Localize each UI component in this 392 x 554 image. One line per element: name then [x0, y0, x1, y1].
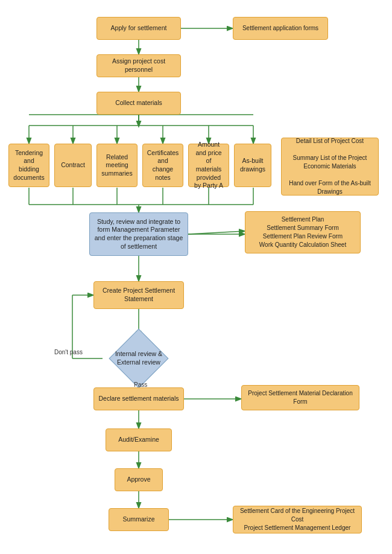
amount-box: Amount and price of materials provided b… [188, 144, 229, 187]
arrows-svg [0, 0, 392, 554]
declaration-form-box: Project Settlement Material Declaration … [241, 385, 359, 410]
create-box: Create Project Settlement Statement [93, 281, 184, 309]
assign-box: Assign project cost personnel [96, 54, 181, 77]
settlement-card-box: Settlement Card of the Engineering Proje… [233, 506, 362, 533]
audit-box: Audit/Examine [106, 428, 172, 451]
detail-list-box: Detail List of Project Cost Summary List… [281, 138, 379, 196]
flowchart: Apply for settlement Assign project cost… [0, 0, 392, 554]
asbuilt-box: As-built drawings [234, 144, 271, 187]
study-box: Study, review and integrate to form Mana… [89, 212, 188, 256]
apply-box: Apply for settlement [96, 17, 181, 40]
collect-box: Collect materials [96, 92, 181, 115]
summarize-box: Summarize [109, 508, 169, 531]
pass-label: Pass [134, 381, 147, 388]
certificates-box: Certificates and change notes [142, 144, 183, 187]
settlement-plan-box: Settlement Plan Settlement Summary Form … [245, 211, 361, 253]
contract-box: Contract [54, 144, 92, 187]
svg-line-25 [188, 231, 244, 234]
declare-box: Declare settlement materials [93, 387, 184, 410]
tendering-box: Tendering and bidding documents [8, 144, 49, 187]
review-diamond: Internal review &External review [103, 337, 175, 380]
meeting-box: Related meeting summaries [96, 144, 138, 187]
dont-pass-label: Don't pass [54, 349, 83, 355]
approve-box: Approve [115, 468, 163, 491]
app-forms-box: Settlement application forms [233, 17, 328, 40]
